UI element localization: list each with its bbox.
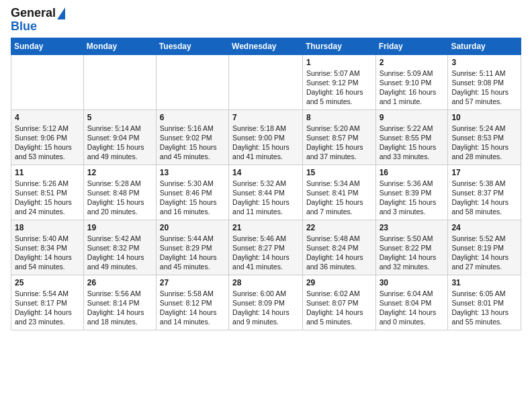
calendar-cell: 8Sunrise: 5:20 AM Sunset: 8:57 PM Daylig… — [302, 109, 375, 165]
day-info: Sunrise: 5:07 AM Sunset: 9:12 PM Dayligh… — [306, 68, 372, 107]
logo-blue: Blue — [11, 19, 37, 33]
day-info: Sunrise: 5:30 AM Sunset: 8:46 PM Dayligh… — [160, 179, 225, 217]
logo: General Blue — [11, 7, 65, 34]
day-number: 23 — [380, 223, 445, 232]
day-number: 4 — [15, 113, 80, 122]
day-info: Sunrise: 6:02 AM Sunset: 8:07 PM Dayligh… — [306, 289, 372, 327]
day-info: Sunrise: 5:20 AM Sunset: 8:57 PM Dayligh… — [306, 124, 372, 162]
calendar-cell: 9Sunrise: 5:22 AM Sunset: 8:55 PM Daylig… — [375, 109, 448, 165]
calendar-cell: 26Sunrise: 5:56 AM Sunset: 8:14 PM Dayli… — [83, 275, 156, 330]
weekday-header: Saturday — [448, 38, 521, 54]
day-info: Sunrise: 5:44 AM Sunset: 8:29 PM Dayligh… — [160, 234, 225, 272]
day-info: Sunrise: 5:56 AM Sunset: 8:14 PM Dayligh… — [87, 289, 152, 327]
day-number: 15 — [306, 168, 372, 177]
calendar-week-row: 1Sunrise: 5:07 AM Sunset: 9:12 PM Daylig… — [11, 54, 521, 109]
day-info: Sunrise: 5:48 AM Sunset: 8:24 PM Dayligh… — [306, 234, 372, 272]
day-number: 22 — [306, 223, 372, 232]
day-number: 26 — [87, 278, 152, 287]
calendar-cell: 22Sunrise: 5:48 AM Sunset: 8:24 PM Dayli… — [302, 220, 375, 275]
calendar-cell: 20Sunrise: 5:44 AM Sunset: 8:29 PM Dayli… — [156, 220, 228, 275]
day-info: Sunrise: 5:52 AM Sunset: 8:19 PM Dayligh… — [451, 234, 517, 272]
day-info: Sunrise: 5:26 AM Sunset: 8:51 PM Dayligh… — [15, 179, 80, 217]
day-info: Sunrise: 5:12 AM Sunset: 9:06 PM Dayligh… — [15, 124, 80, 162]
day-number: 19 — [87, 223, 152, 232]
day-number: 11 — [15, 168, 80, 177]
calendar-cell: 17Sunrise: 5:38 AM Sunset: 8:37 PM Dayli… — [448, 165, 521, 220]
calendar-cell — [229, 54, 303, 109]
day-info: Sunrise: 5:22 AM Sunset: 8:55 PM Dayligh… — [380, 124, 445, 162]
day-info: Sunrise: 5:36 AM Sunset: 8:39 PM Dayligh… — [380, 179, 445, 217]
day-number: 17 — [451, 168, 517, 177]
day-number: 31 — [451, 278, 517, 287]
calendar-cell: 21Sunrise: 5:46 AM Sunset: 8:27 PM Dayli… — [229, 220, 303, 275]
day-number: 1 — [306, 58, 372, 67]
day-info: Sunrise: 5:28 AM Sunset: 8:48 PM Dayligh… — [87, 179, 152, 217]
calendar-cell: 15Sunrise: 5:34 AM Sunset: 8:41 PM Dayli… — [302, 165, 375, 220]
calendar-cell: 12Sunrise: 5:28 AM Sunset: 8:48 PM Dayli… — [83, 165, 156, 220]
calendar-cell — [83, 54, 156, 109]
weekday-header: Monday — [83, 38, 156, 54]
calendar-cell: 11Sunrise: 5:26 AM Sunset: 8:51 PM Dayli… — [11, 165, 84, 220]
calendar-cell: 25Sunrise: 5:54 AM Sunset: 8:17 PM Dayli… — [11, 275, 84, 330]
day-number: 24 — [451, 223, 517, 232]
day-info: Sunrise: 5:11 AM Sunset: 9:08 PM Dayligh… — [451, 68, 517, 107]
day-info: Sunrise: 5:24 AM Sunset: 8:53 PM Dayligh… — [451, 124, 517, 162]
calendar-week-row: 25Sunrise: 5:54 AM Sunset: 8:17 PM Dayli… — [11, 275, 521, 330]
day-info: Sunrise: 5:14 AM Sunset: 9:04 PM Dayligh… — [87, 124, 152, 162]
calendar-cell — [156, 54, 228, 109]
day-number: 14 — [232, 168, 299, 177]
calendar-cell: 10Sunrise: 5:24 AM Sunset: 8:53 PM Dayli… — [448, 109, 521, 165]
calendar-cell: 27Sunrise: 5:58 AM Sunset: 8:12 PM Dayli… — [156, 275, 228, 330]
day-number: 6 — [160, 113, 225, 122]
day-info: Sunrise: 5:09 AM Sunset: 9:10 PM Dayligh… — [380, 68, 445, 107]
day-info: Sunrise: 5:16 AM Sunset: 9:02 PM Dayligh… — [160, 124, 225, 162]
calendar-cell: 29Sunrise: 6:02 AM Sunset: 8:07 PM Dayli… — [302, 275, 375, 330]
calendar-cell: 24Sunrise: 5:52 AM Sunset: 8:19 PM Dayli… — [448, 220, 521, 275]
day-number: 27 — [160, 278, 225, 287]
weekday-header: Tuesday — [156, 38, 228, 54]
calendar-cell: 16Sunrise: 5:36 AM Sunset: 8:39 PM Dayli… — [375, 165, 448, 220]
calendar-cell: 4Sunrise: 5:12 AM Sunset: 9:06 PM Daylig… — [11, 109, 84, 165]
day-number: 12 — [87, 168, 152, 177]
weekday-header: Sunday — [11, 38, 84, 54]
logo-icon — [57, 7, 65, 19]
day-info: Sunrise: 5:54 AM Sunset: 8:17 PM Dayligh… — [15, 289, 80, 327]
day-number: 20 — [160, 223, 225, 232]
day-number: 9 — [380, 113, 445, 122]
calendar-cell: 13Sunrise: 5:30 AM Sunset: 8:46 PM Dayli… — [156, 165, 228, 220]
calendar-cell: 1Sunrise: 5:07 AM Sunset: 9:12 PM Daylig… — [302, 54, 375, 109]
weekday-header: Thursday — [302, 38, 375, 54]
day-info: Sunrise: 6:05 AM Sunset: 8:01 PM Dayligh… — [451, 289, 517, 327]
calendar-cell: 5Sunrise: 5:14 AM Sunset: 9:04 PM Daylig… — [83, 109, 156, 165]
calendar-table: SundayMondayTuesdayWednesdayThursdayFrid… — [11, 38, 521, 330]
day-number: 16 — [380, 168, 445, 177]
day-number: 10 — [451, 113, 517, 122]
calendar-cell: 2Sunrise: 5:09 AM Sunset: 9:10 PM Daylig… — [375, 54, 448, 109]
calendar-cell: 3Sunrise: 5:11 AM Sunset: 9:08 PM Daylig… — [448, 54, 521, 109]
calendar-cell: 23Sunrise: 5:50 AM Sunset: 8:22 PM Dayli… — [375, 220, 448, 275]
day-number: 8 — [306, 113, 372, 122]
day-number: 18 — [15, 223, 80, 232]
weekday-header: Friday — [375, 38, 448, 54]
day-info: Sunrise: 5:58 AM Sunset: 8:12 PM Dayligh… — [160, 289, 225, 327]
day-number: 3 — [451, 58, 517, 67]
day-info: Sunrise: 5:40 AM Sunset: 8:34 PM Dayligh… — [15, 234, 80, 272]
calendar-cell: 31Sunrise: 6:05 AM Sunset: 8:01 PM Dayli… — [448, 275, 521, 330]
day-number: 7 — [232, 113, 299, 122]
calendar-cell: 7Sunrise: 5:18 AM Sunset: 9:00 PM Daylig… — [229, 109, 303, 165]
day-info: Sunrise: 5:32 AM Sunset: 8:44 PM Dayligh… — [232, 179, 299, 217]
day-info: Sunrise: 5:18 AM Sunset: 9:00 PM Dayligh… — [232, 124, 299, 162]
day-number: 5 — [87, 113, 152, 122]
header: General Blue — [11, 7, 521, 34]
day-number: 29 — [306, 278, 372, 287]
logo-text: General — [11, 7, 56, 20]
day-number: 28 — [232, 278, 299, 287]
page: General Blue SundayMondayTuesdayWednesda… — [0, 0, 532, 411]
day-number: 21 — [232, 223, 299, 232]
calendar-cell: 30Sunrise: 6:04 AM Sunset: 8:04 PM Dayli… — [375, 275, 448, 330]
day-info: Sunrise: 5:34 AM Sunset: 8:41 PM Dayligh… — [306, 179, 372, 217]
calendar-week-row: 4Sunrise: 5:12 AM Sunset: 9:06 PM Daylig… — [11, 109, 521, 165]
calendar-cell: 28Sunrise: 6:00 AM Sunset: 8:09 PM Dayli… — [229, 275, 303, 330]
day-number: 30 — [380, 278, 445, 287]
calendar-cell: 14Sunrise: 5:32 AM Sunset: 8:44 PM Dayli… — [229, 165, 303, 220]
